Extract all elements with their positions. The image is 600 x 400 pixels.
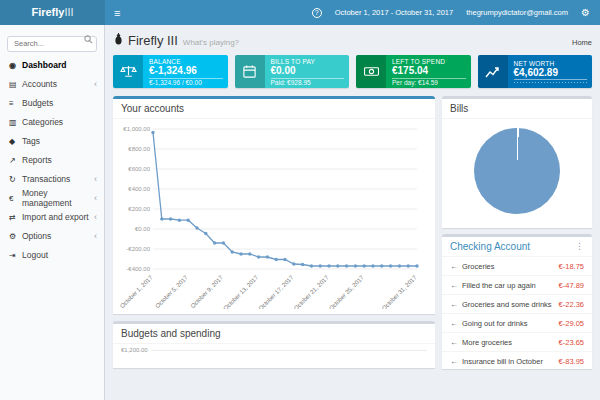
- firefly-logo-icon: [113, 33, 124, 45]
- tags-icon: ◆: [9, 137, 22, 146]
- bills-title: Bills: [450, 103, 468, 114]
- data-point[interactable]: [407, 264, 410, 267]
- left-to-spend-stat-box[interactable]: LEFT TO SPEND€175.04Per day: €14.59: [356, 55, 471, 88]
- data-point[interactable]: [292, 262, 295, 265]
- accounts-line-chart[interactable]: €1,000.00€800.00€600.00€400.00€200.00€0.…: [119, 121, 425, 309]
- transaction-amount: €-18.75: [559, 262, 584, 271]
- transaction-amount: €-29.05: [559, 319, 584, 328]
- data-point[interactable]: [389, 264, 392, 267]
- firefly-dashboard: FireflyIII ≡ ? October 1, 2017 - October…: [0, 0, 600, 400]
- data-point[interactable]: [319, 264, 322, 267]
- data-point[interactable]: [266, 255, 269, 258]
- bills-to-pay-stat-box[interactable]: BILLS TO PAY€0.00Paid: €928.95: [235, 55, 350, 88]
- sidebar-item-tags[interactable]: ◆Tags: [0, 132, 104, 151]
- brand-bold: Firefly: [31, 6, 64, 18]
- data-point[interactable]: [301, 263, 304, 266]
- data-point[interactable]: [327, 264, 330, 267]
- panel-menu-icon[interactable]: ⋮: [575, 242, 584, 251]
- data-point[interactable]: [169, 217, 172, 220]
- transaction-row[interactable]: ←Groceries€-18.75: [442, 257, 592, 276]
- date-range[interactable]: October 1, 2017 - October 31, 2017: [335, 8, 453, 17]
- data-point[interactable]: [283, 258, 286, 261]
- transaction-list: ←Groceries€-18.75←Filled the car up agai…: [442, 257, 592, 369]
- data-point[interactable]: [257, 255, 260, 258]
- transaction-amount: €-47.89: [559, 281, 584, 290]
- main-content: Firefly III What's playing? Home BALANCE…: [105, 25, 600, 400]
- data-point[interactable]: [275, 258, 278, 261]
- transaction-description: Filled the car up again: [462, 281, 555, 290]
- balance-stat-box[interactable]: BALANCE€-1,324.96€-1,324.96 / €0.00: [113, 55, 228, 88]
- transaction-description: Insurance bill in October: [462, 357, 555, 366]
- data-point[interactable]: [213, 241, 216, 244]
- bills-pie-chart[interactable]: [474, 128, 560, 214]
- data-point[interactable]: [415, 264, 418, 267]
- sidebar-item-label: Import and export: [22, 212, 94, 222]
- breadcrumb[interactable]: Home: [572, 38, 592, 47]
- transaction-row[interactable]: ←Going out for drinks€-29.05: [442, 314, 592, 333]
- sidebar-item-label: Reports: [22, 155, 97, 165]
- brand-logo[interactable]: FireflyIII: [0, 0, 105, 25]
- sidebar-item-categories[interactable]: ▥Categories: [0, 113, 104, 132]
- transaction-amount: €-22.36: [559, 300, 584, 309]
- sidebar-item-dashboard[interactable]: ◉Dashboard: [0, 56, 104, 75]
- transaction-description: Going out for drinks: [462, 319, 555, 328]
- data-point[interactable]: [231, 250, 234, 253]
- x-axis-tick-label: October 31, 2017: [381, 274, 418, 309]
- credit-card-icon: ▤: [9, 80, 22, 89]
- data-point[interactable]: [151, 131, 154, 134]
- data-point[interactable]: [363, 264, 366, 267]
- sidebar-item-options[interactable]: ⚙Options‹: [0, 227, 104, 246]
- stat-subtitle: Per day: €14.59: [392, 79, 466, 86]
- sidebar-toggle-icon[interactable]: ≡: [105, 0, 129, 25]
- data-point[interactable]: [380, 264, 383, 267]
- sidebar-item-accounts[interactable]: ▤Accounts‹: [0, 75, 104, 94]
- data-point[interactable]: [222, 241, 225, 244]
- stat-value: €4,602.89: [514, 67, 588, 79]
- transaction-row[interactable]: ←Groceries and some drinks€-22.36: [442, 295, 592, 314]
- data-point[interactable]: [195, 226, 198, 229]
- help-icon[interactable]: ?: [312, 8, 322, 18]
- data-point[interactable]: [354, 264, 357, 267]
- data-point[interactable]: [178, 219, 181, 222]
- sidebar-item-money-management[interactable]: €Money management‹: [0, 189, 104, 208]
- data-point[interactable]: [248, 252, 251, 255]
- data-point[interactable]: [310, 264, 313, 267]
- transaction-row[interactable]: ←More groceries€-23.65: [442, 333, 592, 352]
- sidebar-search: [7, 32, 97, 52]
- budgets-title: Budgets and spending: [121, 328, 221, 339]
- data-point[interactable]: [204, 232, 207, 235]
- checking-account-title[interactable]: Checking Account: [450, 241, 530, 252]
- user-email[interactable]: thegrumpydictator@gmail.com: [466, 8, 568, 17]
- data-point[interactable]: [336, 264, 339, 267]
- data-point[interactable]: [160, 217, 163, 220]
- budget-y-tick: €1,200.00: [121, 347, 148, 353]
- sidebar-item-logout[interactable]: ⇥Logout: [0, 246, 104, 265]
- net-worth-stat-box[interactable]: NET WORTH€4,602.89: [478, 55, 593, 88]
- stat-label: LEFT TO SPEND: [392, 58, 466, 65]
- stat-progress-strip: [514, 81, 588, 84]
- search-icon[interactable]: [84, 35, 93, 44]
- sidebar-item-reports[interactable]: ↗Reports: [0, 151, 104, 170]
- data-point[interactable]: [398, 264, 401, 267]
- sidebar-item-budgets[interactable]: ≡Budgets: [0, 94, 104, 113]
- data-point[interactable]: [371, 264, 374, 267]
- sidebar-item-label: Logout: [22, 250, 97, 260]
- transaction-row[interactable]: ←Filled the car up again€-47.89: [442, 276, 592, 295]
- x-axis-tick-label: October 13, 2017: [222, 274, 259, 309]
- sidebar-item-import-and-export[interactable]: ⇄Import and export‹: [0, 208, 104, 227]
- x-axis-tick-label: October 5, 2017: [154, 274, 189, 309]
- sidebar-item-label: Tags: [22, 136, 97, 146]
- budgets-bar-chart[interactable]: €1,200.00: [121, 347, 427, 368]
- y-axis-tick-label: €800.00: [128, 146, 150, 152]
- your-accounts-title: Your accounts: [121, 103, 184, 114]
- sidebar-item-transactions[interactable]: ↻Transactions‹: [0, 170, 104, 189]
- transaction-row[interactable]: ←Insurance bill in October€-83.95: [442, 352, 592, 369]
- data-point[interactable]: [345, 264, 348, 267]
- x-axis-tick-label: October 21, 2017: [293, 274, 330, 309]
- navbar-right: ? October 1, 2017 - October 31, 2017 the…: [312, 8, 600, 18]
- data-point[interactable]: [239, 252, 242, 255]
- data-point[interactable]: [187, 219, 190, 222]
- budgets-panel: Budgets and spending €1,200.00: [113, 321, 435, 368]
- settings-gear-icon[interactable]: ⚙: [581, 8, 590, 18]
- x-axis-tick-label: October 1, 2017: [119, 274, 154, 309]
